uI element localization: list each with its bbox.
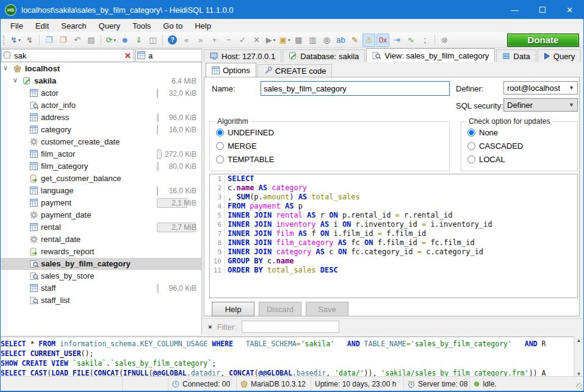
code-line: 2c.name AS category — [210, 184, 577, 193]
sql-log-panel[interactable]: 23SELECT * FROM information_schema.KEY_C… — [1, 337, 583, 378]
filter-input[interactable] — [242, 321, 339, 333]
sql-security-combobox[interactable]: Definer▼ — [503, 98, 578, 112]
tree-item-category[interactable]: category16,0 KiB — [1, 124, 201, 136]
tree-item-payment_date[interactable]: payment_date — [1, 209, 201, 221]
expander-icon[interactable]: ∨ — [13, 76, 18, 84]
tree-item-rewards_report[interactable]: rewards_report — [1, 246, 201, 258]
tab-query[interactable]: Query — [538, 49, 581, 62]
log-scrollbar[interactable]: ▲ ▼ — [574, 337, 583, 378]
run-query-icon[interactable]: ▶▾ — [264, 34, 277, 47]
close-button[interactable]: ✕ — [556, 1, 583, 19]
menu-file[interactable]: File — [4, 20, 29, 32]
tree-item-rental_date[interactable]: rental_date — [1, 233, 201, 246]
tab-options[interactable]: Options — [206, 63, 256, 77]
close-filter-icon[interactable]: × — [208, 323, 212, 330]
view-select-code-editor[interactable]: 1SELECT2c.name AS category3, SUM(p.amoun… — [209, 174, 578, 298]
explain-icon[interactable]: ∿ — [405, 34, 417, 47]
expander-icon[interactable]: ∨ — [3, 64, 8, 72]
radio-local[interactable]: LOCAL — [461, 152, 577, 166]
view-name-input[interactable] — [261, 81, 450, 96]
radio-none[interactable]: None — [461, 126, 577, 139]
maximize-button[interactable] — [528, 1, 556, 19]
table-filter-input[interactable] — [148, 51, 202, 60]
delete-record-icon[interactable]: − — [222, 34, 235, 47]
resize-grip[interactable] — [576, 383, 582, 389]
host-icon — [210, 52, 218, 60]
replace-text-icon[interactable]: ab — [334, 34, 347, 47]
save-sql-as-icon[interactable]: ▥ — [306, 34, 319, 47]
tab-host[interactable]: Host: 127.0.0.1 — [204, 49, 281, 62]
help-icon[interactable]: ? — [166, 34, 179, 47]
tree-item-staff_list[interactable]: staff_list — [1, 294, 201, 307]
stop-icon[interactable]: ⊗ — [438, 34, 451, 47]
tree-item-label: staff_list — [41, 296, 70, 305]
radio-merge[interactable]: MERGE — [210, 139, 449, 152]
tree-item-staff[interactable]: staff96,0 KiB — [1, 282, 201, 294]
toolbar-grip[interactable] — [3, 35, 6, 45]
user-manager-icon[interactable]: ☻ — [118, 34, 131, 47]
first-record-icon[interactable]: « — [180, 34, 193, 47]
tree-item-sakila[interactable]: ∨sakila6,4 MiB — [1, 75, 201, 87]
clear-database-filter-icon[interactable]: ✕ — [123, 51, 132, 60]
semicolon-icon[interactable]: ; — [419, 34, 431, 47]
menu-go-to[interactable]: Go to — [157, 20, 189, 32]
definer-combobox[interactable]: root@localhost▼ — [503, 81, 578, 94]
menu-search[interactable]: Search — [55, 20, 92, 32]
open-sql-file-icon[interactable]: ▣▾ — [278, 34, 291, 47]
tab-view[interactable]: View: sales_by_film_category — [366, 48, 495, 62]
tree-item-film_category[interactable]: film_category80,0 KiB — [1, 160, 201, 173]
menu-tools[interactable]: Tools — [126, 20, 157, 32]
minimize-button[interactable]: — — [501, 1, 528, 19]
menu-help[interactable]: Help — [189, 20, 217, 32]
insert-record-icon[interactable]: + — [208, 34, 221, 47]
tree-filter-row: ✕ ✕ ★ — [1, 48, 201, 63]
radio-cascaded[interactable]: CASCADED — [461, 139, 577, 152]
donate-button[interactable]: Donate — [507, 34, 579, 47]
radio-undefined[interactable]: UNDEFINED — [210, 126, 449, 139]
tree-item-label: sakila — [34, 76, 56, 85]
scroll-up-icon[interactable]: ▲ — [577, 338, 582, 343]
tree-item-actor_info[interactable]: actor_info — [1, 99, 201, 112]
menu-query[interactable]: Query — [93, 20, 126, 32]
print-icon[interactable]: ▤ — [85, 34, 98, 47]
cancel-edit-icon[interactable]: ✕ — [250, 34, 263, 47]
save-button[interactable]: Save — [306, 302, 348, 316]
reformat-sql-icon[interactable]: ✎ — [348, 34, 361, 47]
help-button[interactable]: Help — [212, 302, 254, 316]
hex-view-icon[interactable]: 0x — [377, 34, 389, 47]
table-icon — [30, 89, 39, 98]
refresh-icon[interactable]: ⟳▾ — [104, 34, 117, 47]
blob-warning-icon[interactable]: ⚠ — [362, 34, 375, 47]
discard-button[interactable]: Discard — [259, 302, 301, 316]
session-manager-icon[interactable]: ↯▾ — [9, 34, 22, 47]
tab-data[interactable]: Data — [496, 49, 536, 62]
tree-item-sales_by_store[interactable]: sales_by_store — [1, 270, 201, 282]
indent-icon[interactable]: ⇥ — [391, 34, 403, 47]
paste-icon[interactable]: ❒ — [57, 34, 70, 47]
last-record-icon[interactable]: » — [194, 34, 207, 47]
tree-item-actor[interactable]: actor32,0 KiB — [1, 87, 201, 99]
post-record-icon[interactable]: ✓ — [236, 34, 249, 47]
tree-item-get_customer_balance[interactable]: get_customer_balance — [1, 173, 201, 185]
tree-item-language[interactable]: language16,0 KiB — [1, 185, 201, 197]
menu-edit[interactable]: Edit — [29, 20, 55, 32]
copy-icon[interactable]: ❐ — [43, 34, 56, 47]
undo-icon[interactable]: ↶ — [71, 34, 84, 47]
tree-item-localhost[interactable]: ∨localhost — [1, 63, 201, 75]
radio-temptable[interactable]: TEMPTABLE — [210, 152, 449, 166]
database-filter-input[interactable] — [14, 51, 121, 60]
tab-create-code[interactable]: CREATE code — [258, 64, 333, 77]
export-database-icon[interactable]: ⇓ — [132, 34, 145, 47]
tab-database[interactable]: Database: sakila — [283, 49, 365, 62]
disconnect-icon[interactable]: ↯ — [23, 34, 36, 47]
tree-item-sales_by_film_category[interactable]: sales_by_film_category — [1, 258, 201, 270]
tree-item-film_actor[interactable]: film_actor272,0 KiB — [1, 148, 201, 160]
tree-item-customer_create_date[interactable]: customer_create_date — [1, 136, 201, 148]
find-text-icon[interactable]: ◎ — [320, 34, 333, 47]
save-sql-icon[interactable]: ▦ — [292, 34, 305, 47]
tree-item-payment[interactable]: payment2,1 MiB — [1, 197, 201, 209]
save-blob-icon[interactable]: ◫ — [146, 34, 159, 47]
view-editor-tab-bar: OptionsCREATE code — [206, 62, 333, 77]
tree-item-rental[interactable]: rental2,7 MiB — [1, 221, 201, 233]
tree-item-address[interactable]: address96,0 KiB — [1, 112, 201, 124]
